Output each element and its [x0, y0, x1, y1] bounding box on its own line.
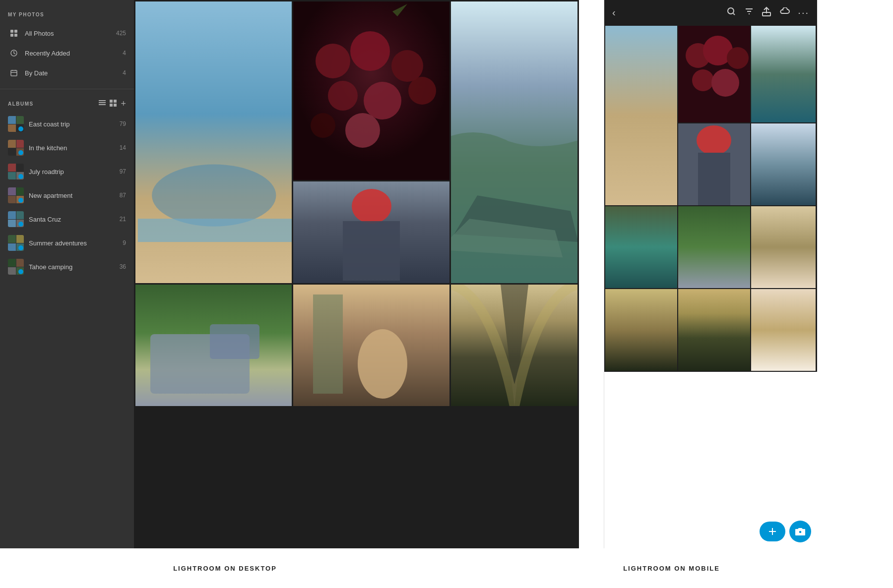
svg-rect-3 — [14, 34, 17, 37]
mobile-search-icon[interactable] — [726, 6, 736, 19]
album-check-icon — [18, 174, 23, 179]
mobile-photo-person-red[interactable] — [678, 123, 750, 205]
summer-adventures-thumb — [8, 235, 24, 251]
add-album-icon[interactable]: + — [121, 99, 126, 108]
svg-rect-9 — [110, 100, 113, 103]
mobile-cloud-icon[interactable] — [779, 7, 790, 18]
mobile-photo-portrait[interactable] — [751, 289, 816, 371]
album-check-icon — [18, 222, 23, 227]
svg-rect-48 — [698, 153, 730, 205]
svg-rect-28 — [343, 221, 400, 281]
mobile-photo-mountain2[interactable] — [751, 123, 816, 205]
svg-rect-6 — [99, 100, 106, 101]
mobile-photo-autumn-road[interactable] — [678, 289, 750, 371]
album-check-icon — [18, 126, 23, 131]
mobile-fab-area — [760, 521, 811, 542]
sidebar-item-july-roadtrip[interactable]: July roadtrip 97 — [0, 160, 134, 183]
svg-rect-45 — [751, 26, 816, 122]
sidebar-item-east-coast[interactable]: East coast trip 79 — [0, 112, 134, 136]
recently-added-label: Recently Added — [25, 50, 123, 57]
sidebar-item-summer-adventures[interactable]: Summer adventures 9 — [0, 231, 134, 255]
mobile-photo-fruits[interactable] — [678, 26, 750, 122]
mobile-photo-kayak[interactable] — [605, 26, 677, 205]
svg-point-19 — [391, 50, 423, 82]
summer-adventures-count: 9 — [123, 239, 126, 246]
photo-mountain-boats[interactable] — [451, 1, 577, 283]
footer: LIGHTROOM ON DESKTOP LIGHTROOM ON MOBILE — [0, 548, 893, 588]
svg-point-34 — [358, 329, 407, 399]
mobile-photo-forest-road2[interactable] — [605, 289, 677, 371]
mobile-photo-woman[interactable] — [751, 206, 816, 288]
svg-point-23 — [311, 113, 335, 138]
in-kitchen-label: In the kitchen — [29, 144, 120, 152]
tahoe-camping-thumb — [8, 259, 24, 275]
sidebar-item-tahoe-camping[interactable]: Tahoe camping 36 — [0, 255, 134, 279]
mobile-photo-truck-small[interactable] — [678, 206, 750, 288]
svg-point-14 — [152, 165, 276, 227]
svg-rect-11 — [110, 104, 113, 107]
svg-point-22 — [408, 77, 436, 105]
sidebar-item-in-kitchen[interactable]: In the kitchen 14 — [0, 136, 134, 160]
photo-kayak[interactable] — [135, 1, 292, 283]
right-spacer — [817, 0, 893, 548]
mobile-filter-icon[interactable] — [744, 6, 754, 19]
july-roadtrip-count: 97 — [120, 168, 126, 175]
new-apartment-count: 87 — [120, 192, 126, 199]
mobile-add-fab[interactable] — [760, 522, 785, 541]
east-coast-label: East coast trip — [29, 120, 120, 128]
photo-person-red-hat[interactable] — [293, 181, 449, 283]
svg-rect-7 — [99, 102, 106, 103]
svg-point-18 — [350, 31, 390, 71]
sidebar-item-santa-cruz[interactable]: Santa Cruz 21 — [0, 207, 134, 231]
sidebar-divider — [0, 89, 134, 89]
santa-cruz-count: 21 — [120, 216, 126, 223]
album-check-icon — [18, 150, 23, 155]
east-coast-count: 79 — [120, 120, 126, 127]
all-photos-count: 425 — [116, 30, 126, 37]
photo-forest-road[interactable] — [451, 285, 577, 406]
albums-actions: + — [99, 99, 126, 108]
svg-rect-8 — [99, 104, 106, 105]
mobile-photo-landscape[interactable] — [605, 206, 677, 288]
mobile-photo-grid — [604, 25, 817, 372]
svg-point-17 — [316, 44, 350, 78]
desktop-section: MY PHOTOS All Photos 425 — [0, 0, 579, 548]
svg-rect-15 — [138, 219, 292, 242]
grid-view-icon[interactable] — [110, 100, 117, 108]
mobile-photo-mountain[interactable] — [751, 26, 816, 122]
july-roadtrip-label: July roadtrip — [29, 168, 120, 176]
mobile-camera-fab[interactable] — [789, 521, 811, 542]
album-check-icon — [18, 245, 23, 250]
my-photos-title: MY PHOTOS — [0, 8, 134, 23]
mobile-header: ‹ — [604, 0, 817, 25]
july-roadtrip-thumb — [8, 164, 24, 179]
svg-point-42 — [727, 47, 749, 69]
east-coast-thumb — [8, 116, 24, 132]
svg-rect-50 — [769, 531, 776, 532]
sidebar: MY PHOTOS All Photos 425 — [0, 0, 134, 548]
svg-point-21 — [364, 82, 401, 119]
sidebar-item-recently-added[interactable]: Recently Added 4 — [0, 43, 134, 63]
svg-rect-12 — [114, 104, 117, 107]
albums-header: ALBUMS — [0, 95, 134, 112]
desktop-photo-grid — [134, 0, 579, 548]
photo-dog[interactable] — [293, 285, 449, 406]
list-view-icon[interactable] — [99, 100, 106, 108]
tahoe-camping-label: Tahoe camping — [29, 263, 120, 271]
sidebar-item-by-date[interactable]: By Date 4 — [0, 63, 134, 83]
back-button[interactable]: ‹ — [612, 7, 616, 18]
mobile-more-icon[interactable]: ··· — [798, 7, 809, 18]
mobile-photo-grid-wrapper — [604, 25, 817, 548]
recently-added-count: 4 — [123, 50, 126, 57]
summer-adventures-label: Summer adventures — [29, 239, 123, 247]
mobile-share-icon[interactable] — [762, 6, 771, 19]
clock-icon — [8, 47, 20, 59]
svg-point-47 — [697, 125, 731, 155]
svg-rect-33 — [313, 294, 343, 394]
svg-point-24 — [345, 113, 380, 148]
sidebar-item-all-photos[interactable]: All Photos 425 — [0, 23, 134, 43]
sidebar-item-new-apartment[interactable]: New apartment 87 — [0, 183, 134, 207]
photo-truck[interactable] — [135, 285, 292, 406]
photo-fruits[interactable] — [293, 1, 449, 180]
new-apartment-thumb — [8, 187, 24, 203]
